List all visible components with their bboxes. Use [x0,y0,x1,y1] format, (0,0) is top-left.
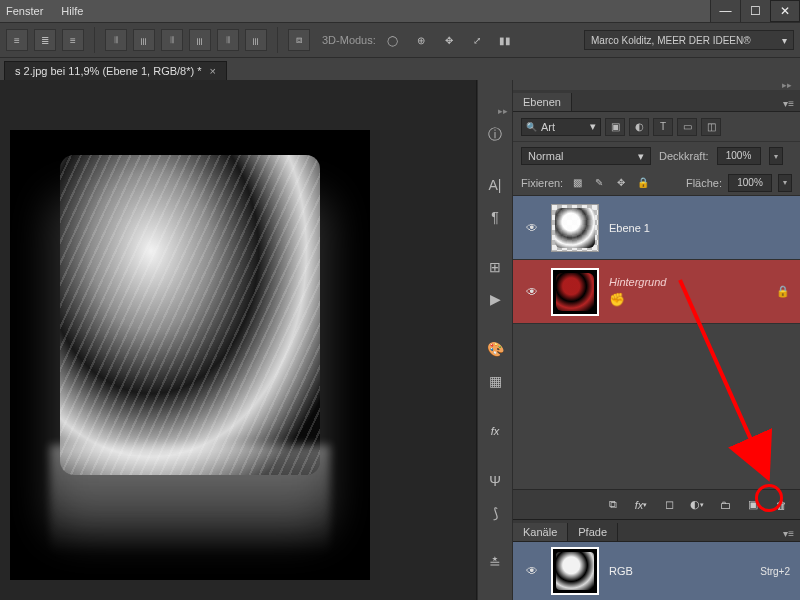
svg-line-0 [680,280,768,478]
annotation-arrow [0,0,800,600]
annotation-circle [755,484,783,512]
